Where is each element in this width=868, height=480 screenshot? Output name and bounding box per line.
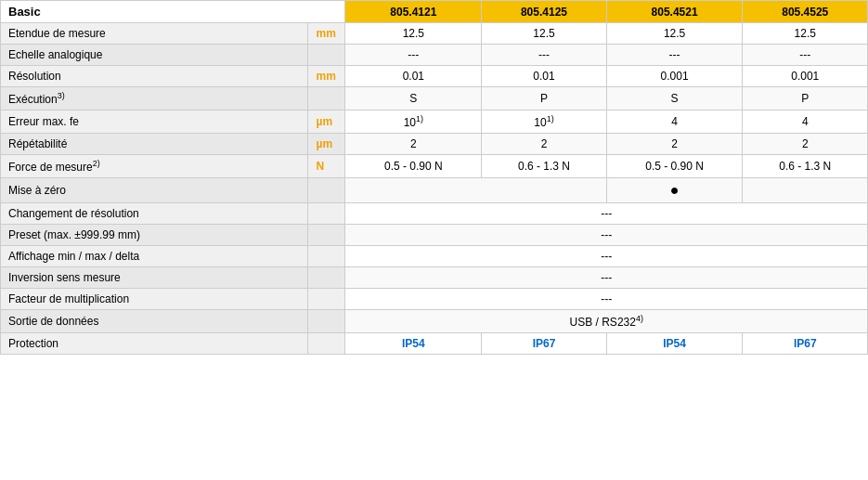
data-cell	[743, 178, 868, 203]
span-cell: ---	[345, 246, 868, 267]
data-cell: 12.5	[606, 23, 743, 45]
specs-table: Basic 805.4121 805.4125 805.4521 805.452…	[0, 0, 868, 355]
table-row: Changement de résolution---	[1, 203, 868, 225]
span-cell: USB / RS2324)	[345, 310, 868, 333]
row-unit: µm	[308, 134, 345, 155]
data-cell: ---	[345, 45, 482, 66]
data-cell: 0.5 - 0.90 N	[345, 155, 482, 178]
row-unit	[308, 225, 345, 246]
data-cell: 2	[606, 134, 743, 155]
row-label: Echelle analogique	[1, 45, 308, 66]
table-row: Répétabilitéµm2222	[1, 134, 868, 155]
data-cell: IP54	[606, 333, 743, 355]
table-row: ProtectionIP54IP67IP54IP67	[1, 333, 868, 355]
row-label: Changement de résolution	[1, 203, 308, 225]
row-unit: µm	[308, 110, 345, 134]
data-cell: 4	[743, 110, 868, 134]
row-unit	[308, 87, 345, 110]
table-row: Mise à zéro●	[1, 178, 868, 203]
data-cell: IP67	[482, 333, 606, 355]
row-label: Preset (max. ±999.99 mm)	[1, 225, 308, 246]
row-unit	[308, 289, 345, 310]
table-row: Erreur max. feµm101)101)44	[1, 110, 868, 134]
data-cell: ---	[482, 45, 606, 66]
table-row: Facteur de multiplication---	[1, 289, 868, 310]
span-cell: ---	[345, 289, 868, 310]
row-unit: mm	[308, 66, 345, 87]
row-label: Résolution	[1, 66, 308, 87]
table-row: Preset (max. ±999.99 mm)---	[1, 225, 868, 246]
row-unit	[308, 45, 345, 66]
data-cell: 12.5	[345, 23, 482, 45]
data-cell: 0.5 - 0.90 N	[606, 155, 743, 178]
row-unit	[308, 178, 345, 203]
data-cell: ---	[743, 45, 868, 66]
data-cell: 2	[743, 134, 868, 155]
row-label: Inversion sens mesure	[1, 267, 308, 289]
span-cell: ---	[345, 267, 868, 289]
data-cell: 0.6 - 1.3 N	[482, 155, 606, 178]
row-label: Affichage min / max / delta	[1, 246, 308, 267]
row-unit	[308, 203, 345, 225]
row-label: Erreur max. fe	[1, 110, 308, 134]
table-row: Inversion sens mesure---	[1, 267, 868, 289]
span-cell: ---	[345, 203, 868, 225]
table-row: Exécution3)SPSP	[1, 87, 868, 110]
data-cell: IP54	[345, 333, 482, 355]
row-unit	[308, 310, 345, 333]
row-unit: mm	[308, 23, 345, 45]
data-cell: 4	[606, 110, 743, 134]
data-cell: 12.5	[743, 23, 868, 45]
data-cell: 101)	[345, 110, 482, 134]
row-label: Mise à zéro	[1, 178, 308, 203]
data-cell: S	[606, 87, 743, 110]
data-cell: 0.6 - 1.3 N	[743, 155, 868, 178]
table-row: Résolutionmm0.010.010.0010.001	[1, 66, 868, 87]
data-cell: S	[345, 87, 482, 110]
data-cell: ---	[606, 45, 743, 66]
row-label: Force de mesure2)	[1, 155, 308, 178]
data-cell: 0.01	[345, 66, 482, 87]
span-cell: ---	[345, 225, 868, 246]
row-unit	[308, 246, 345, 267]
row-label: Protection	[1, 333, 308, 355]
data-cell: 2	[482, 134, 606, 155]
col3-header: 805.4521	[606, 1, 743, 23]
row-unit	[308, 333, 345, 355]
data-cell: 2	[345, 134, 482, 155]
data-cell: 0.001	[606, 66, 743, 87]
data-cell: 101)	[482, 110, 606, 134]
data-cell: 0.001	[743, 66, 868, 87]
data-cell: 12.5	[482, 23, 606, 45]
table-row: Affichage min / max / delta---	[1, 246, 868, 267]
data-cell: P	[482, 87, 606, 110]
col1-header: 805.4121	[345, 1, 482, 23]
table-row: Echelle analogique------------	[1, 45, 868, 66]
row-unit: N	[308, 155, 345, 178]
data-cell: P	[743, 87, 868, 110]
row-label: Sortie de données	[1, 310, 308, 333]
table-header: Basic 805.4121 805.4125 805.4521 805.452…	[1, 1, 868, 23]
data-cell	[345, 178, 606, 203]
col2-header: 805.4125	[482, 1, 606, 23]
data-cell: 0.01	[482, 66, 606, 87]
col4-header: 805.4525	[743, 1, 868, 23]
row-label: Facteur de multiplication	[1, 289, 308, 310]
row-label: Etendue de mesure	[1, 23, 308, 45]
section-title: Basic	[1, 1, 345, 23]
row-unit	[308, 267, 345, 289]
data-cell: ●	[606, 178, 743, 203]
row-label: Exécution3)	[1, 87, 308, 110]
table-row: Sortie de donnéesUSB / RS2324)	[1, 310, 868, 333]
data-cell: IP67	[743, 333, 868, 355]
row-label: Répétabilité	[1, 134, 308, 155]
table-row: Force de mesure2)N0.5 - 0.90 N0.6 - 1.3 …	[1, 155, 868, 178]
table-row: Etendue de mesuremm12.512.512.512.5	[1, 23, 868, 45]
